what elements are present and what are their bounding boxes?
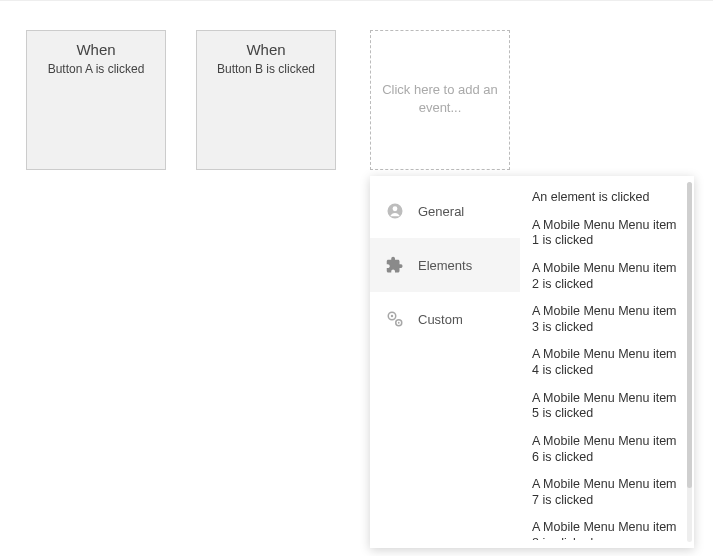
event-card-title: When bbox=[35, 41, 157, 58]
tab-elements[interactable]: Elements bbox=[370, 238, 520, 292]
event-picker-list[interactable]: An element is clickedA Mobile Menu Menu … bbox=[532, 184, 684, 540]
scrollbar[interactable] bbox=[687, 182, 692, 542]
event-option[interactable]: A Mobile Menu Menu item 8 is clicked bbox=[532, 514, 684, 540]
svg-point-5 bbox=[398, 322, 400, 324]
event-picker-dropdown: General Elements bbox=[370, 176, 694, 548]
event-option[interactable]: A Mobile Menu Menu item 3 is clicked bbox=[532, 298, 684, 341]
event-option[interactable]: A Mobile Menu Menu item 7 is clicked bbox=[532, 471, 684, 514]
add-event-slot[interactable]: Click here to add an event... bbox=[370, 30, 510, 170]
event-option[interactable]: A Mobile Menu Menu item 4 is clicked bbox=[532, 341, 684, 384]
tab-label: Elements bbox=[418, 258, 472, 273]
tab-general[interactable]: General bbox=[370, 184, 520, 238]
event-picker-list-pane: An element is clickedA Mobile Menu Menu … bbox=[520, 176, 694, 548]
tab-label: General bbox=[418, 204, 464, 219]
extension-icon bbox=[386, 256, 404, 274]
event-picker-tabs: General Elements bbox=[370, 176, 520, 548]
divider bbox=[0, 0, 713, 1]
event-card-title: When bbox=[205, 41, 327, 58]
event-option[interactable]: A Mobile Menu Menu item 6 is clicked bbox=[532, 428, 684, 471]
svg-point-3 bbox=[391, 315, 393, 317]
tab-label: Custom bbox=[418, 312, 463, 327]
user-circle-icon bbox=[386, 202, 404, 220]
event-card[interactable]: When Button B is clicked bbox=[196, 30, 336, 170]
scrollbar-thumb[interactable] bbox=[687, 182, 692, 488]
event-card-desc: Button A is clicked bbox=[35, 62, 157, 76]
event-card[interactable]: When Button A is clicked bbox=[26, 30, 166, 170]
event-card-desc: Button B is clicked bbox=[205, 62, 327, 76]
event-option[interactable]: An element is clicked bbox=[532, 184, 684, 212]
add-event-placeholder: Click here to add an event... bbox=[382, 82, 498, 115]
workflow-canvas: When Button A is clicked When Button B i… bbox=[0, 0, 713, 556]
event-option[interactable]: A Mobile Menu Menu item 2 is clicked bbox=[532, 255, 684, 298]
svg-point-1 bbox=[393, 206, 398, 211]
gears-icon bbox=[386, 310, 404, 328]
event-option[interactable]: A Mobile Menu Menu item 5 is clicked bbox=[532, 385, 684, 428]
event-option[interactable]: A Mobile Menu Menu item 1 is clicked bbox=[532, 212, 684, 255]
tab-custom[interactable]: Custom bbox=[370, 292, 520, 346]
